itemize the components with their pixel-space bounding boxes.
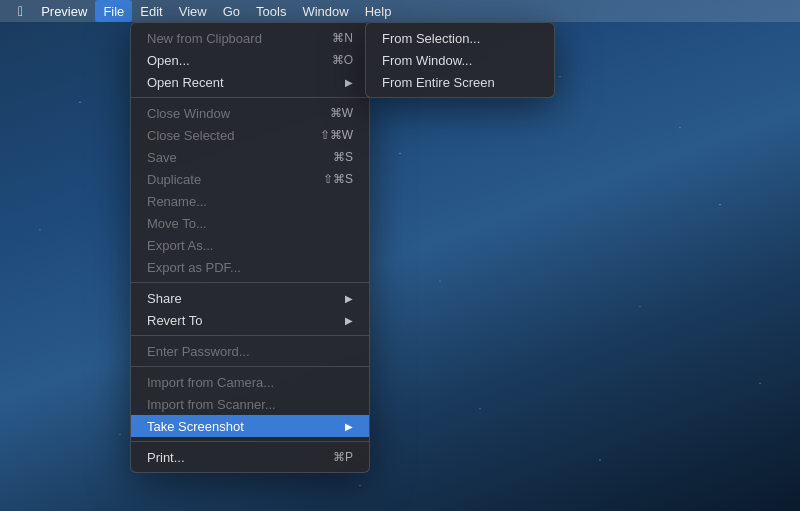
menu-item-shortcut: ⌘P [333, 450, 353, 464]
menu-item-open[interactable]: Open... ⌘O [131, 49, 369, 71]
menu-item-export-as[interactable]: Export As... [131, 234, 369, 256]
screenshot-submenu: From Selection... From Window... From En… [365, 22, 555, 98]
menubar-item-help[interactable]: Help [357, 0, 400, 22]
menu-item-label: Revert To [147, 313, 202, 328]
menu-item-shortcut: ⇧⌘W [320, 128, 353, 142]
menu-item-label: New from Clipboard [147, 31, 262, 46]
submenu-item-label: From Window... [382, 53, 472, 68]
menubar-item-file[interactable]: File [95, 0, 132, 22]
submenu-item-from-screen[interactable]: From Entire Screen [366, 71, 554, 93]
menu-item-label: Import from Scanner... [147, 397, 276, 412]
menubar:  Preview File Edit View Go Tools Window… [0, 0, 800, 22]
menu-item-shortcut: ⇧⌘S [323, 172, 353, 186]
submenu-arrow-icon: ▶ [345, 77, 353, 88]
menu-separator-3 [131, 335, 369, 336]
menu-separator-2 [131, 282, 369, 283]
apple-menu-button[interactable]:  [8, 3, 33, 19]
menu-item-label: Export As... [147, 238, 213, 253]
menu-item-label: Enter Password... [147, 344, 250, 359]
menu-item-open-recent[interactable]: Open Recent ▶ [131, 71, 369, 93]
menu-item-label: Export as PDF... [147, 260, 241, 275]
submenu-item-label: From Selection... [382, 31, 480, 46]
menu-item-label: Close Window [147, 106, 230, 121]
menu-separator-5 [131, 441, 369, 442]
menubar-item-edit[interactable]: Edit [132, 0, 170, 22]
menubar-item-window[interactable]: Window [294, 0, 356, 22]
menu-item-move-to[interactable]: Move To... [131, 212, 369, 234]
menu-item-duplicate[interactable]: Duplicate ⇧⌘S [131, 168, 369, 190]
menu-item-new-from-clipboard[interactable]: New from Clipboard ⌘N [131, 27, 369, 49]
menu-item-rename[interactable]: Rename... [131, 190, 369, 212]
submenu-arrow-icon: ▶ [345, 421, 353, 432]
menu-item-shortcut: ⌘W [330, 106, 353, 120]
menubar-item-tools[interactable]: Tools [248, 0, 294, 22]
menubar-item-preview[interactable]: Preview [33, 0, 95, 22]
menu-item-share[interactable]: Share ▶ [131, 287, 369, 309]
menu-item-label: Close Selected [147, 128, 234, 143]
menu-item-label: Duplicate [147, 172, 201, 187]
menu-item-close-window[interactable]: Close Window ⌘W [131, 102, 369, 124]
menu-separator-4 [131, 366, 369, 367]
menu-item-import-scanner[interactable]: Import from Scanner... [131, 393, 369, 415]
menu-item-take-screenshot[interactable]: Take Screenshot ▶ [131, 415, 369, 437]
submenu-item-from-selection[interactable]: From Selection... [366, 27, 554, 49]
menu-item-shortcut: ⌘N [332, 31, 353, 45]
menu-item-save[interactable]: Save ⌘S [131, 146, 369, 168]
menu-item-revert-to[interactable]: Revert To ▶ [131, 309, 369, 331]
menubar-item-view[interactable]: View [171, 0, 215, 22]
menu-item-label: Save [147, 150, 177, 165]
menu-separator-1 [131, 97, 369, 98]
menu-item-label: Open Recent [147, 75, 224, 90]
menu-item-label: Open... [147, 53, 190, 68]
submenu-arrow-icon: ▶ [345, 315, 353, 326]
menu-item-label: Import from Camera... [147, 375, 274, 390]
menu-item-import-camera[interactable]: Import from Camera... [131, 371, 369, 393]
menu-item-shortcut: ⌘O [332, 53, 353, 67]
menu-item-label: Share [147, 291, 182, 306]
menu-item-print[interactable]: Print... ⌘P [131, 446, 369, 468]
menu-item-label: Print... [147, 450, 185, 465]
menubar-item-go[interactable]: Go [215, 0, 248, 22]
menu-item-enter-password[interactable]: Enter Password... [131, 340, 369, 362]
submenu-item-from-window[interactable]: From Window... [366, 49, 554, 71]
menu-item-close-selected[interactable]: Close Selected ⇧⌘W [131, 124, 369, 146]
submenu-arrow-icon: ▶ [345, 293, 353, 304]
menu-item-export-pdf[interactable]: Export as PDF... [131, 256, 369, 278]
menu-item-label: Move To... [147, 216, 207, 231]
menu-item-shortcut: ⌘S [333, 150, 353, 164]
menu-item-label: Take Screenshot [147, 419, 244, 434]
submenu-item-label: From Entire Screen [382, 75, 495, 90]
file-menu: New from Clipboard ⌘N Open... ⌘O Open Re… [130, 22, 370, 473]
menu-item-label: Rename... [147, 194, 207, 209]
